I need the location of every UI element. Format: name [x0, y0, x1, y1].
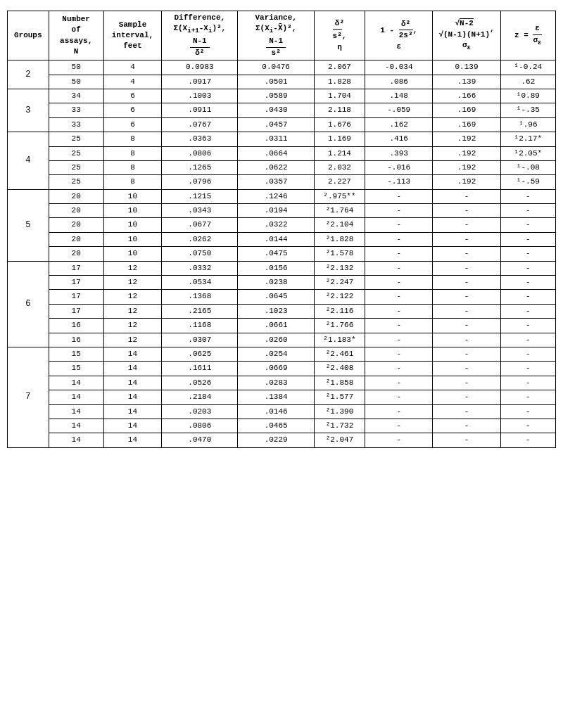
delta-s-cell: 1.676 [314, 117, 365, 132]
z-cell: ¹-.35 [500, 103, 555, 117]
sqrt-cell: - [433, 218, 500, 232]
num-assays-cell: 17 [49, 290, 103, 304]
delta-s-cell: 1.169 [314, 132, 365, 146]
delta-s-cell: ²1.766 [314, 319, 365, 333]
difference-cell: .0526 [162, 376, 238, 390]
sample-interval-cell: 10 [103, 204, 161, 218]
sqrt-cell: .192 [433, 132, 500, 146]
sqrt-cell: - [433, 290, 500, 304]
sqrt-cell: - [433, 376, 500, 390]
sqrt-cell: - [433, 319, 500, 333]
num-assays-cell: 16 [49, 319, 103, 333]
sqrt-cell: .192 [433, 175, 500, 189]
delta-s-cell: ²1.828 [314, 232, 365, 246]
sqrt-cell: - [433, 189, 500, 203]
z-cell: .62 [500, 75, 555, 89]
sample-interval-cell: 12 [103, 276, 161, 290]
num-assays-cell: 15 [49, 362, 103, 376]
num-assays-cell: 25 [49, 146, 103, 160]
sample-interval-cell: 4 [103, 75, 161, 89]
num-assays-cell: 14 [49, 390, 103, 404]
delta-s-cell: ²1.577 [314, 390, 365, 404]
difference-cell: .1368 [162, 290, 238, 304]
epsilon-cell: - [365, 247, 433, 261]
difference-cell: .1168 [162, 319, 238, 333]
num-assays-cell: 20 [49, 232, 103, 246]
sample-interval-cell: 14 [103, 347, 161, 362]
sqrt-cell: .139 [433, 75, 500, 89]
sqrt-cell: - [433, 276, 500, 290]
z-cell: ¹0.89 [500, 89, 555, 103]
epsilon-cell: .393 [365, 146, 433, 160]
sqrt-cell: .169 [433, 103, 500, 117]
sample-interval-cell: 10 [103, 218, 161, 232]
sample-interval-cell: 6 [103, 117, 161, 132]
sample-interval-cell: 6 [103, 89, 161, 103]
difference-cell: .0534 [162, 276, 238, 290]
z-cell: - [500, 362, 555, 376]
delta-s-cell: ²1.390 [314, 404, 365, 419]
delta-s-cell: 2.067 [314, 60, 365, 75]
variance-cell: .0589 [238, 89, 314, 103]
z-cell: - [500, 390, 555, 404]
difference-cell: .0332 [162, 261, 238, 275]
difference-cell: .1003 [162, 89, 238, 103]
variance-cell: .0238 [238, 276, 314, 290]
delta-s-cell: ²1.732 [314, 419, 365, 433]
difference-cell: .0750 [162, 247, 238, 261]
variance-cell: .0146 [238, 404, 314, 419]
group-cell: 2 [8, 60, 49, 89]
difference-cell: .2184 [162, 390, 238, 404]
variance-cell: .0465 [238, 419, 314, 433]
sqrt-cell: - [433, 232, 500, 246]
difference-cell: .0625 [162, 347, 238, 362]
difference-cell: .0470 [162, 433, 238, 447]
sample-interval-cell: 10 [103, 247, 161, 261]
epsilon-cell: - [365, 333, 433, 347]
variance-cell: .0144 [238, 232, 314, 246]
z-cell: - [500, 319, 555, 333]
num-assays-cell: 25 [49, 132, 103, 146]
header-variance: Variance, Σ(Xi-X̄)², N-1 s² [238, 11, 314, 60]
delta-s-cell: ²2.122 [314, 290, 365, 304]
variance-cell: .0260 [238, 333, 314, 347]
num-assays-cell: 33 [49, 117, 103, 132]
delta-s-cell: ²1.764 [314, 204, 365, 218]
delta-s-cell: ²2.104 [314, 218, 365, 232]
z-cell: - [500, 232, 555, 246]
z-cell: - [500, 347, 555, 362]
num-assays-cell: 14 [49, 404, 103, 419]
z-cell: - [500, 404, 555, 419]
sqrt-cell: - [433, 261, 500, 275]
z-cell: ¹-.59 [500, 175, 555, 189]
num-assays-cell: 17 [49, 261, 103, 275]
header-sqrt: √N-2 √(N-1)(N+1) ,σε [433, 11, 500, 60]
sample-interval-cell: 8 [103, 146, 161, 160]
group-cell: 7 [8, 347, 49, 448]
variance-cell: .0457 [238, 117, 314, 132]
sqrt-cell: .166 [433, 89, 500, 103]
epsilon-cell: - [365, 204, 433, 218]
sample-interval-cell: 14 [103, 433, 161, 447]
sample-interval-cell: 12 [103, 304, 161, 318]
sqrt-cell: - [433, 204, 500, 218]
variance-cell: .1246 [238, 189, 314, 203]
header-groups: Groups [8, 11, 49, 60]
sample-interval-cell: 10 [103, 232, 161, 246]
z-cell: - [500, 218, 555, 232]
delta-s-cell: ²2.247 [314, 276, 365, 290]
num-assays-cell: 20 [49, 204, 103, 218]
num-assays-cell: 20 [49, 247, 103, 261]
sample-interval-cell: 14 [103, 362, 161, 376]
header-difference: Difference, Σ(Xi+1-Xi)², N-1 δ² [162, 11, 238, 60]
z-cell: - [500, 304, 555, 318]
z-cell: - [500, 333, 555, 347]
sqrt-cell: - [433, 333, 500, 347]
sample-interval-cell: 12 [103, 319, 161, 333]
epsilon-cell: .162 [365, 117, 433, 132]
variance-cell: .0156 [238, 261, 314, 275]
difference-cell: .0203 [162, 404, 238, 419]
header-delta-s: δ² s²,η [314, 11, 365, 60]
sample-interval-cell: 4 [103, 60, 161, 75]
delta-s-cell: ²1.578 [314, 247, 365, 261]
